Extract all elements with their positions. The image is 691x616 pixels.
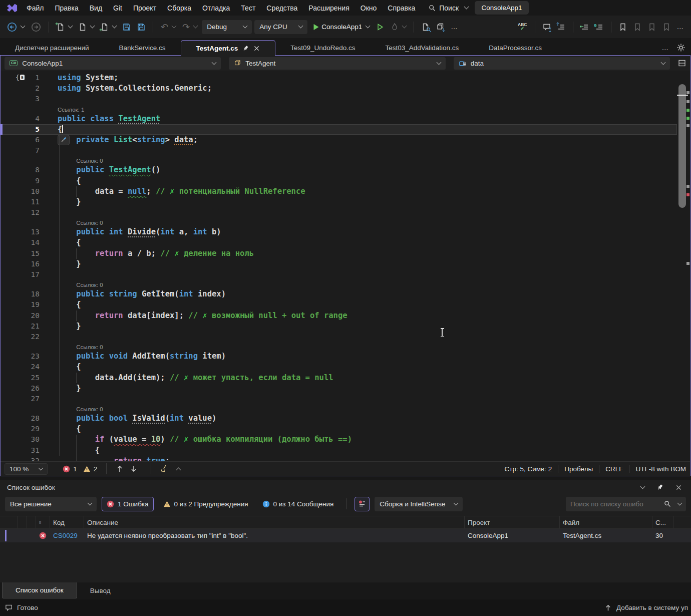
find-in-files-button[interactable] [420,22,432,33]
line-number[interactable]: 14 [1,237,40,248]
line-number[interactable]: 20 [1,311,40,321]
line-number[interactable]: 12 [1,207,40,218]
code-line[interactable]: 12 [1,207,677,218]
code-line[interactable]: 29 { [1,424,677,434]
next-issue-arrow-down-icon[interactable] [130,465,138,473]
menu-item[interactable]: Расширения [303,4,355,12]
code-line[interactable]: 19 { [1,299,677,310]
toolbar-overflow-button[interactable]: … [449,22,460,32]
line-number[interactable]: 30 [1,434,40,445]
code-editor[interactable]: {a 1using System;2using System.Collectio… [1,71,690,461]
line-number[interactable]: 15 [1,248,40,259]
code-line[interactable]: 28 public bool IsValid(int value) [1,413,677,424]
error-description[interactable]: Не удается неявно преобразовать тип "int… [84,529,465,542]
increase-indent-button[interactable]: 9 [593,22,605,33]
save-all-button[interactable] [135,22,147,33]
code-line[interactable]: 24 { [1,362,677,372]
error-file[interactable]: TestAgent.cs [560,529,652,542]
member-dropdown[interactable]: data [454,57,670,70]
error-row[interactable]: CS0029Не удается неявно преобразовать ти… [0,529,691,542]
line-number[interactable]: 4 [1,114,40,124]
codelens-references[interactable]: Ссылок: 0 [58,344,103,350]
code-line[interactable]: 16 } [1,259,677,269]
warnings-filter-button[interactable]: 0 из 2 Предупреждения [159,497,253,511]
severity-filter-button[interactable] [355,497,370,511]
line-number[interactable]: 24 [1,362,40,372]
caret-position[interactable]: Стр: 5, Симв: 2 [505,465,552,473]
codelens-line[interactable]: Ссылок: 0 [1,342,677,351]
menu-item[interactable]: Проект [128,4,162,12]
code-line[interactable]: 30 if (value = 10) // ✗ ошибка компиляци… [1,434,677,445]
code-cleanup-broom-icon[interactable] [160,465,168,473]
chevron-down-icon[interactable] [366,24,371,29]
pin-icon[interactable] [242,45,249,52]
code-line[interactable]: 8 public TestAgent() [1,165,677,175]
code-line[interactable]: 26 } [1,383,677,394]
navigate-to-button[interactable] [434,22,446,33]
save-button[interactable] [121,22,133,33]
toggle-bookmark-button[interactable] [617,22,629,33]
codelens-line[interactable]: Ссылок: 0 [1,404,677,413]
new-file-button[interactable] [55,22,74,33]
chevron-down-icon[interactable] [402,24,407,29]
line-number[interactable]: 1 [1,73,40,83]
start-debug-button[interactable]: ConsoleApp1 [310,22,372,33]
split-editor-icon[interactable] [678,59,686,67]
error-search-input[interactable] [570,500,659,508]
code-line[interactable]: 21 } [1,321,677,332]
chevron-up-icon[interactable] [176,467,181,472]
line-number[interactable]: 27 [1,394,40,404]
undo-button[interactable]: ↶ [159,21,178,33]
warning-count-indicator[interactable]: 2 [83,465,98,473]
scope-dropdown[interactable]: Все решение [5,497,97,511]
code-line[interactable]: 10 data = null; // ✗ потенциальный NullR… [1,186,677,197]
indentation-mode[interactable]: Пробелы [564,465,593,473]
clear-bookmarks-button[interactable] [660,22,672,33]
chevron-down-icon[interactable] [21,24,26,29]
line-number[interactable]: 9 [1,176,40,186]
codelens-references[interactable]: Ссылок: 0 [58,158,103,164]
code-line[interactable]: 5{ [1,124,677,135]
line-number[interactable]: 29 [1,424,40,434]
gear-icon[interactable] [677,44,685,52]
code-line[interactable]: 13 public int Divide(int a, int b) [1,227,677,237]
solution-config-dropdown[interactable]: Debug [202,20,252,34]
code-line[interactable]: 2using System.Collections.Generic; [1,83,677,94]
codelens-line[interactable]: Ссылок: 0 [1,218,677,227]
line-number[interactable]: 3 [1,94,40,104]
line-number[interactable]: 19 [1,299,40,310]
add-to-source-control-button[interactable]: Добавить в систему уп [604,604,688,611]
line-number[interactable]: 11 [1,197,40,207]
line-structure-button[interactable] [555,22,567,33]
code-line[interactable]: 17 [1,269,677,280]
column-header-Файл[interactable]: Файл [560,516,652,528]
code-line[interactable]: 32 return true; [1,456,677,461]
project-dropdown[interactable]: C# ConsoleApp1 [5,57,221,70]
code-line[interactable]: 6 private List<string> data; [1,135,677,145]
column-header-Проект[interactable]: Проект [465,516,560,528]
code-line[interactable]: 3 [1,94,677,104]
toggle-comment-button[interactable] [541,22,553,33]
error-count-indicator[interactable]: 1 [63,465,77,473]
next-bookmark-button[interactable] [646,22,658,33]
chevron-down-icon[interactable] [677,500,682,505]
code-line[interactable]: 14 { [1,237,677,248]
navigate-back-button[interactable] [5,21,27,34]
code-line[interactable]: 9 { [1,176,677,186]
column-header-С...[interactable]: С... [652,516,673,528]
code-line[interactable]: 7 [1,145,677,156]
profiler-button[interactable] [389,22,408,33]
start-without-debug-button[interactable] [374,22,386,33]
feedback-bubble-icon[interactable] [5,604,13,611]
code-line[interactable]: 31 { [1,445,677,456]
messages-filter-button[interactable]: 0 из 14 Сообщения [258,497,338,511]
line-number[interactable] [1,404,40,413]
menu-item[interactable]: Правка [49,4,84,12]
line-number[interactable] [1,105,40,114]
source-dropdown[interactable]: Сборка и IntelliSense [375,497,463,511]
line-number[interactable] [1,218,40,227]
codelens-line[interactable]: Ссылок: 1 [1,105,677,114]
tab-TestAgent.cs[interactable]: TestAgent.cs [181,40,276,56]
code-line[interactable]: 20 return data[index]; // ✗ возможный nu… [1,311,677,321]
chevron-down-icon[interactable] [112,24,117,29]
